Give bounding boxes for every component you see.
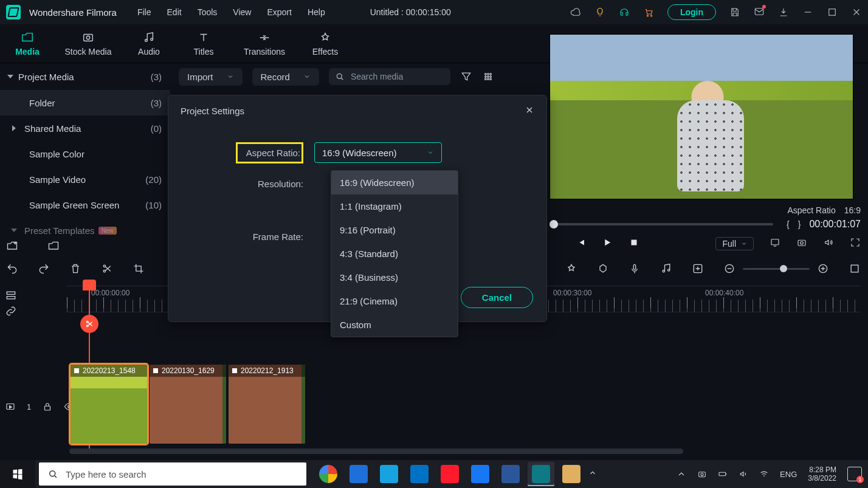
volume-icon[interactable] (823, 237, 834, 250)
start-button[interactable] (0, 460, 35, 488)
headset-icon[interactable] (619, 7, 630, 18)
split-at-playhead-icon[interactable] (80, 315, 98, 333)
taskbar-app[interactable] (315, 462, 342, 486)
taskbar-app[interactable] (528, 462, 554, 486)
grid-view-icon[interactable] (482, 70, 494, 83)
taskbar-app[interactable] (497, 462, 524, 486)
taskbar-app[interactable] (406, 462, 433, 486)
menu-export[interactable]: Export (267, 7, 291, 17)
wifi-icon[interactable] (759, 469, 769, 479)
login-button[interactable]: Login (667, 4, 716, 20)
tab-media[interactable]: Media (0, 31, 55, 63)
clock[interactable]: 8:28 PM3/8/2022 (808, 466, 836, 483)
maximize-button[interactable] (827, 7, 838, 18)
camera-tray-icon[interactable] (697, 469, 707, 479)
redo-icon[interactable] (38, 263, 50, 275)
menu-help[interactable]: Help (308, 7, 325, 17)
action-center-icon[interactable] (847, 467, 862, 481)
stop-button[interactable] (629, 237, 639, 250)
effects-icon[interactable] (565, 263, 577, 275)
cart-icon[interactable] (643, 7, 654, 18)
sidebar-item-sample-color[interactable]: Sample Color (0, 141, 170, 167)
taskbar-app[interactable] (467, 462, 494, 486)
taskbar-app[interactable] (436, 462, 463, 486)
zoom-in-icon[interactable] (817, 263, 829, 275)
fullscreen-icon[interactable] (850, 237, 861, 250)
cancel-button[interactable]: Cancel (461, 287, 533, 308)
zoom-slider[interactable] (743, 268, 810, 270)
option-3-4[interactable]: 3:4 (Business) (331, 266, 458, 289)
option-1-1[interactable]: 1:1 (Instagram) (331, 194, 458, 218)
cloud-icon[interactable] (570, 7, 581, 18)
lock-icon[interactable] (42, 401, 53, 412)
delete-icon[interactable] (69, 263, 81, 275)
battery-icon[interactable] (718, 469, 728, 479)
timeline-scrollbar[interactable] (69, 448, 683, 454)
menu-tools[interactable]: Tools (198, 7, 218, 17)
mail-icon[interactable] (754, 6, 765, 19)
tab-transitions[interactable]: Transitions (231, 31, 298, 63)
new-folder-icon[interactable] (6, 240, 18, 252)
taskbar-app[interactable] (376, 462, 402, 486)
sidebar-item-folder[interactable]: Folder(3) (0, 90, 170, 115)
idea-icon[interactable] (594, 7, 605, 18)
sound-tray-icon[interactable] (739, 469, 748, 479)
brace-right[interactable]: } (798, 219, 801, 229)
import-dropdown[interactable]: Import (179, 68, 243, 86)
dialog-close-button[interactable] (525, 105, 534, 117)
sidebar-item-sample-video[interactable]: Sample Video(20) (0, 167, 170, 192)
search-media-input[interactable]: Search media (329, 68, 450, 85)
tray-chevron-icon[interactable] (677, 469, 686, 479)
link-icon[interactable] (5, 305, 17, 317)
timeline-layers-icon[interactable] (5, 289, 17, 301)
track-video-icon[interactable] (5, 401, 16, 412)
menu-file[interactable]: File (137, 7, 151, 17)
sidebar-item-green-screen[interactable]: Sample Green Screen(10) (0, 192, 170, 218)
record-dropdown[interactable]: Record (252, 68, 319, 86)
clip[interactable]: 20220212_1913 (227, 363, 306, 445)
filter-icon[interactable] (460, 70, 472, 83)
zoom-out-icon[interactable] (723, 263, 735, 275)
seek-bar[interactable] (549, 223, 773, 225)
menu-view[interactable]: View (233, 7, 251, 17)
music-icon[interactable] (660, 263, 672, 275)
taskbar-search[interactable]: Type here to search (39, 462, 306, 486)
keyframe-icon[interactable] (692, 263, 704, 275)
save-icon[interactable] (729, 7, 740, 18)
brace-left[interactable]: { (787, 219, 790, 229)
marker-icon[interactable] (597, 263, 609, 275)
clip[interactable]: 20220213_1548 (69, 363, 148, 445)
play-button[interactable] (602, 237, 613, 250)
close-button[interactable] (851, 7, 862, 18)
snapshot-icon[interactable] (796, 237, 807, 250)
screen-icon[interactable] (770, 237, 780, 250)
folder-icon[interactable] (47, 240, 60, 252)
aspect-ratio-dropdown[interactable]: 16:9 (Widescreen) (314, 142, 442, 163)
crop-icon[interactable] (133, 263, 145, 275)
quality-dropdown[interactable]: Full (715, 237, 754, 250)
split-icon[interactable] (101, 263, 113, 275)
clip[interactable]: 20220130_1629 (148, 363, 227, 445)
option-custom[interactable]: Custom (331, 313, 458, 337)
menu-edit[interactable]: Edit (167, 7, 182, 17)
taskbar-app[interactable] (558, 462, 585, 486)
tab-effects[interactable]: Effects (298, 31, 353, 63)
taskbar-overflow-icon[interactable] (588, 469, 597, 479)
option-9-16[interactable]: 9:16 (Portrait) (331, 218, 458, 242)
taskbar-app[interactable] (345, 462, 372, 486)
undo-icon[interactable] (6, 263, 18, 275)
option-4-3[interactable]: 4:3 (Standard) (331, 242, 458, 266)
voice-icon[interactable] (629, 263, 641, 275)
option-16-9[interactable]: 16:9 (Widescreen) (331, 171, 458, 194)
sidebar-project-media[interactable]: Project Media (3) (0, 63, 170, 90)
sidebar-item-shared[interactable]: Shared Media(0) (0, 115, 170, 141)
tab-stock-media[interactable]: Stock Media (55, 31, 122, 63)
option-21-9[interactable]: 21:9 (Cinema) (331, 289, 458, 313)
zoom-fit-icon[interactable] (849, 263, 861, 275)
language-indicator[interactable]: ENG (780, 470, 797, 479)
minimize-button[interactable] (802, 7, 813, 18)
download-icon[interactable] (778, 7, 789, 18)
step-back-button[interactable] (575, 237, 586, 250)
tab-audio[interactable]: Audio (122, 31, 176, 63)
tab-titles[interactable]: Titles (176, 31, 231, 63)
